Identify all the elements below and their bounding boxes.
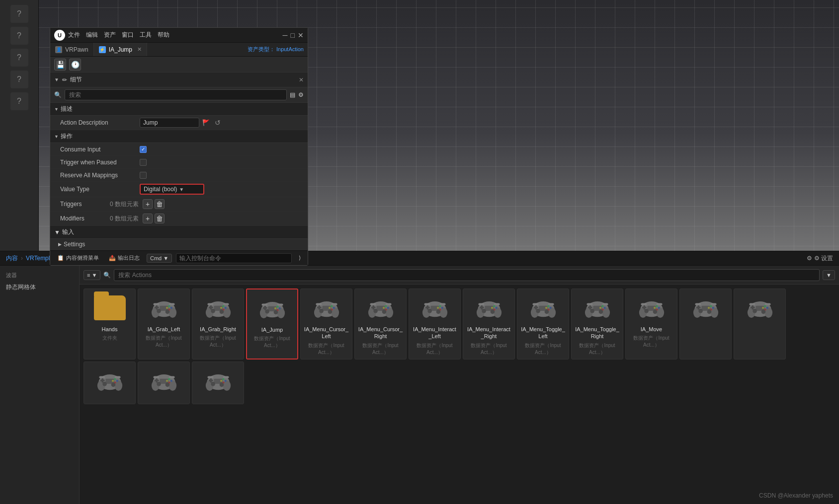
tab-vrpawn-label: VRPawn [65, 46, 88, 53]
value-type-dropdown[interactable]: Digital (bool) ▼ [140, 184, 204, 195]
asset-item-12[interactable] [734, 288, 786, 360]
svg-point-147 [712, 307, 714, 309]
asset-item-IA_Grab_Left[interactable]: IA_Grab_Left 数据资产（Input Act...） [138, 288, 190, 360]
asset-item-13[interactable] [84, 361, 136, 404]
close-button[interactable]: ✕ [298, 31, 304, 39]
tab-ia-jump-close[interactable]: ✕ [137, 46, 142, 53]
description-group-header[interactable]: ▼ 描述 [50, 103, 308, 116]
cmd-send-button[interactable]: ⟩ [296, 254, 304, 262]
cb-view-dropdown[interactable]: ▼ [823, 270, 835, 280]
cmd-dropdown[interactable]: Cmd ▼ [147, 254, 172, 263]
grid-view-icon[interactable]: ▤ [290, 91, 295, 98]
trigger-when-paused-checkbox[interactable] [140, 159, 147, 166]
actions-group-header[interactable]: ▼ 操作 [50, 130, 308, 143]
svg-point-79 [436, 307, 438, 309]
sidebar-icon-3[interactable]: ? [10, 49, 28, 67]
settings-arrow-icon: ▶ [58, 242, 62, 247]
search-row: 🔍 ▤ ⚙ [50, 87, 308, 103]
svg-point-138 [644, 309, 649, 313]
svg-rect-39 [277, 303, 283, 305]
flag-icon[interactable]: 🚩 [202, 119, 210, 126]
modifiers-add-button[interactable]: + [143, 214, 153, 223]
svg-point-26 [211, 309, 215, 313]
menu-item-file[interactable]: 文件 [68, 31, 80, 39]
svg-point-175 [116, 379, 118, 381]
cb-search-input[interactable] [114, 269, 820, 281]
asset-item-11[interactable] [679, 288, 732, 360]
asset-icon [690, 292, 722, 324]
cb-filter-button[interactable]: ≡ ▼ [84, 270, 100, 280]
details-collapse-icon[interactable]: ▼ [54, 77, 59, 82]
settings-label-right: ⚙ 设置 [814, 254, 833, 263]
maximize-button[interactable]: □ [291, 31, 295, 39]
details-title: ✏ [62, 76, 67, 83]
asset-name: IA_Menu_Cursor_Left [304, 326, 349, 340]
dropdown-arrow-icon: ▼ [179, 187, 184, 192]
folder-icon [94, 295, 126, 320]
asset-item-14[interactable] [138, 361, 190, 404]
menu-item-window[interactable]: 窗口 [122, 31, 134, 39]
sidebar-icon-4[interactable]: ? [10, 71, 28, 88]
input-section-header[interactable]: ▼ 输入 [50, 226, 308, 239]
reserve-all-mappings-checkbox[interactable] [140, 172, 147, 179]
content-sidebar-button[interactable]: 📋 内容侧滑菜单 [54, 253, 102, 263]
details-close-button[interactable]: ✕ [299, 76, 304, 83]
svg-point-23 [220, 307, 222, 309]
asset-item-IA_Menu_Interact_Right[interactable]: IA_Menu_Interact_Right 数据资产（Input Act...… [463, 288, 515, 360]
sidebar-icon-1[interactable]: ? [10, 5, 28, 23]
sidebar-icon-5[interactable]: ? [10, 92, 28, 110]
asset-name: IA_Move [641, 326, 662, 333]
cmd-input[interactable] [176, 253, 292, 263]
svg-point-65 [382, 307, 384, 309]
asset-item-IA_Menu_Cursor_Right[interactable]: IA_Menu_Cursor_Right 数据资产（Input Act...） [354, 288, 407, 360]
asset-item-IA_Menu_Toggle_Right[interactable]: IA_Menu_Toggle_Right 数据资产（Input Act...） [571, 288, 623, 360]
asset-icon [148, 292, 180, 324]
output-log-button[interactable]: 📤 输出日志 [106, 253, 143, 263]
svg-point-51 [328, 307, 330, 309]
minimize-button[interactable]: ─ [283, 31, 288, 39]
menu-item-tools[interactable]: 工具 [140, 31, 152, 39]
triggers-remove-button[interactable]: 🗑 [155, 199, 165, 209]
svg-rect-80 [424, 303, 430, 305]
save-button[interactable]: 💾 [54, 59, 66, 71]
tab-vrpawn[interactable]: 👤 VRPawn [50, 43, 94, 56]
content-browser: 波器 静态网格体 ≡ ▼ 🔍 ▼ Hands 文件夹 [0, 266, 839, 504]
asset-item-Hands[interactable]: Hands 文件夹 [84, 288, 136, 360]
cmd-label: Cmd [150, 255, 162, 261]
panel-menu: 文件 编辑 资产 窗口 工具 帮助 [68, 31, 280, 39]
asset-item-15[interactable] [192, 361, 244, 404]
asset-item-IA_Menu_Interact_Left[interactable]: IA_Menu_Interact_Left 数据资产（Input Act...） [409, 288, 461, 360]
svg-point-13 [165, 309, 169, 314]
action-description-input[interactable] [140, 118, 199, 128]
settings-button-right[interactable]: ⚙ ⚙ 设置 [807, 254, 833, 263]
asset-item-IA_Grab_Right[interactable]: IA_Grab_Right 数据资产（Input Act...） [192, 288, 244, 360]
asset-item-IA_Menu_Toggle_Left[interactable]: IA_Menu_Toggle_Left 数据资产（Input Act...） [517, 288, 569, 360]
menu-item-help[interactable]: 帮助 [158, 31, 169, 39]
menu-item-edit[interactable]: 编辑 [86, 31, 98, 39]
svg-rect-61 [372, 305, 374, 310]
asset-item-IA_Menu_Cursor_Left[interactable]: IA_Menu_Cursor_Left 数据资产（Input Act...） [300, 288, 352, 360]
modifiers-remove-button[interactable]: 🗑 [155, 214, 165, 223]
cb-asset-grid: Hands 文件夹 [80, 285, 839, 504]
settings-icon[interactable]: ⚙ [298, 91, 304, 98]
svg-rect-10 [153, 303, 159, 305]
asset-item-IA_Jump[interactable]: IA_Jump 数据资产（Input Act...） [246, 288, 298, 360]
gamepad-icon [149, 293, 179, 323]
cb-left-item-static-mesh[interactable]: 静态网格体 [0, 281, 79, 293]
menu-item-asset[interactable]: 资产 [104, 31, 116, 39]
settings-row[interactable]: ▶ Settings [50, 239, 308, 250]
sidebar-icon-2[interactable]: ? [10, 27, 28, 45]
triggers-add-button[interactable]: + [143, 199, 153, 209]
tab-ia-jump[interactable]: ⚡ IA_Jump ✕ [94, 43, 147, 56]
svg-point-82 [427, 309, 432, 313]
asset-item-IA_Move[interactable]: IA_Move 数据资产（Input Act...） [625, 288, 677, 360]
history-button[interactable]: 🕐 [69, 59, 81, 71]
asset-type-text: 资产类型： [248, 46, 275, 52]
asset-type-label: 数据资产（Input Act...） [466, 342, 511, 356]
reset-button[interactable]: ↺ [215, 119, 221, 127]
breadcrumb-content[interactable]: 内容 [6, 254, 18, 263]
reserve-all-mappings-label: Reserve All Mappings [60, 172, 140, 179]
asset-type-label: 数据资产（Input Act...） [141, 335, 186, 349]
details-search-input[interactable] [65, 89, 287, 100]
consume-input-checkbox[interactable]: ✓ [140, 146, 147, 153]
